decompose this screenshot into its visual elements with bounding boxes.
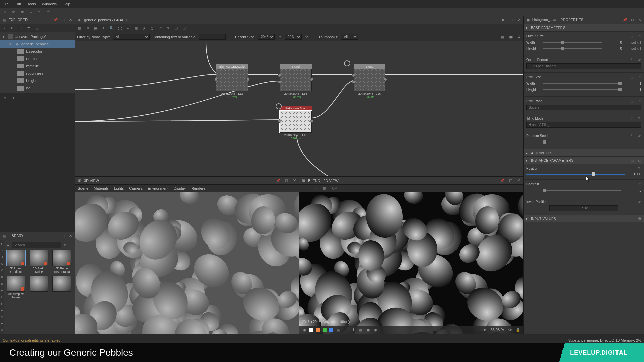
thumbnails-filter[interactable]: All — [341, 34, 358, 40]
maximize-icon[interactable]: ◻ — [630, 18, 635, 22]
menu-help[interactable]: Help — [63, 2, 70, 6]
output-height[interactable]: height — [0, 77, 75, 84]
tile-icon[interactable]: ▦ — [322, 186, 327, 191]
uv-toggle[interactable]: UV — [332, 186, 337, 190]
ch-r[interactable] — [316, 328, 320, 332]
link-icon[interactable]: ⎘ — [34, 26, 39, 31]
menu-tools[interactable]: Tools — [27, 2, 36, 6]
library-item[interactable]: 3D Perlin Noise — [29, 250, 49, 274]
section-instance-parameters[interactable]: ▾Instance Parameters ▭▭ — [524, 157, 644, 164]
tree-package[interactable]: ▾ Unsaved Package* — [0, 33, 75, 40]
menu-renderer[interactable]: Renderer — [191, 186, 207, 190]
folder-icon[interactable]: ▭ — [18, 26, 23, 31]
node-blend-2[interactable]: Blend 2048x2048 - L16 0.32ms — [354, 64, 385, 99]
seed-slider[interactable] — [543, 142, 621, 142]
dot-icon[interactable]: ● — [483, 327, 487, 332]
save-icon[interactable]: ▫ — [28, 9, 34, 15]
camera-icon[interactable]: ▣ — [93, 26, 98, 31]
tool-icon[interactable]: ▦ — [77, 26, 82, 31]
maximize-icon[interactable]: ◻ — [61, 18, 65, 22]
refresh-icon[interactable]: ⟳ — [11, 9, 16, 15]
lock-icon[interactable]: 🔒 — [516, 327, 520, 332]
reset-icon[interactable]: ⟳ — [637, 34, 641, 38]
ch-b[interactable] — [329, 328, 333, 332]
back-icon[interactable]: ◂ — [6, 243, 10, 247]
close-icon[interactable]: ✕ — [517, 18, 521, 22]
zoom-icon[interactable]: 🔍 — [109, 26, 114, 31]
view3d-viewport[interactable]: ▣ ⟳ ⊹ — [75, 192, 299, 334]
sort-icon[interactable]: ↕ — [69, 243, 73, 247]
tree-graph[interactable]: ▾◆ generic_pebbles — [0, 40, 75, 48]
close-icon[interactable]: ✕ — [68, 234, 73, 238]
tiling-mode-combo[interactable]: H and V Tiling — [526, 122, 641, 128]
edit-icon[interactable]: ✎ — [166, 26, 170, 31]
library-item[interactable]: 3D Perlin Noise Fractal — [51, 250, 72, 274]
info-icon[interactable]: ℹ — [11, 96, 16, 100]
graph-canvas[interactable]: Blur HQ Grayscale 2048x2048 - L16 1.67ms… — [75, 41, 523, 176]
filter-icon[interactable]: ▾ — [63, 243, 67, 247]
library-item[interactable] — [51, 276, 72, 299]
crop-icon[interactable]: ⊡ — [182, 26, 186, 31]
channels-icon[interactable]: ◉ — [302, 327, 307, 332]
link-icon[interactable]: ⎘ — [629, 57, 634, 62]
output-ao[interactable]: ao — [0, 84, 75, 92]
grid-icon[interactable]: ▦ — [336, 327, 341, 332]
reset-icon[interactable]: ⟳ — [637, 57, 641, 62]
ch-white[interactable] — [309, 328, 313, 332]
gear-icon[interactable]: ⚙ — [637, 216, 642, 221]
refresh-icon[interactable]: ⟳ — [507, 327, 512, 332]
library-item[interactable] — [29, 276, 49, 299]
library-search-input[interactable] — [12, 242, 61, 248]
grid-icon[interactable]: ▦ — [133, 26, 138, 31]
menu-windows[interactable]: Windows — [42, 2, 57, 6]
menu-edit[interactable]: Edit — [15, 2, 21, 6]
refresh-icon[interactable]: ⟳ — [158, 26, 162, 31]
fit-icon[interactable]: ⛶ — [117, 26, 122, 31]
ruler-icon[interactable]: ⊹ — [343, 327, 348, 332]
pin-icon[interactable]: 📌 — [500, 178, 505, 183]
paste-icon[interactable]: ▭ — [637, 158, 642, 163]
reset-icon[interactable]: ⟳ — [304, 35, 309, 39]
library-item[interactable]: 3D Simplex Noise — [6, 276, 26, 299]
link-icon[interactable]: ⎘ — [629, 34, 634, 38]
copy-icon[interactable]: ▭ — [630, 158, 635, 163]
undo-icon[interactable]: ↶ — [37, 9, 42, 15]
histogram-icon[interactable]: ▥ — [358, 327, 363, 332]
center-icon[interactable]: ⊹ — [475, 327, 479, 332]
pin-icon[interactable]: 📌 — [53, 18, 58, 22]
reset-icon[interactable]: ⟳ — [637, 182, 641, 186]
fit-icon[interactable]: ⊡ — [467, 327, 471, 332]
align-icon[interactable]: ≡ — [125, 26, 130, 31]
home-icon[interactable]: ⌂ — [2, 9, 7, 15]
maximize-icon[interactable]: ◻ — [508, 178, 513, 183]
tool-icon[interactable]: ⚙ — [3, 96, 7, 100]
frame-icon[interactable]: ▢ — [174, 26, 178, 31]
reset-icon[interactable]: ⟳ — [637, 116, 641, 121]
output-roughness[interactable]: roughness — [0, 70, 75, 77]
open-icon[interactable]: ▭ — [19, 9, 25, 15]
link-icon[interactable]: ⎘ — [629, 99, 634, 103]
reset-icon[interactable]: ⟳ — [637, 199, 641, 204]
info-icon[interactable]: ℹ — [351, 327, 356, 332]
sync-icon[interactable]: ⇄ — [26, 26, 31, 31]
pin-icon[interactable]: 📌 — [276, 178, 281, 183]
link-icon[interactable]: ⎘ — [629, 116, 634, 121]
position-slider[interactable] — [526, 174, 625, 175]
reset-icon[interactable]: ⟳ — [637, 99, 641, 103]
contrast-slider[interactable] — [543, 190, 621, 191]
move-icon[interactable]: ✥ — [85, 26, 90, 31]
output-normal[interactable]: normal — [0, 55, 75, 62]
node-blend-1[interactable]: Blend 2048x2048 - L16 0.31ms — [280, 64, 312, 99]
copy-icon[interactable]: ▭ — [312, 186, 317, 191]
info-icon[interactable]: ℹ — [101, 26, 106, 31]
ch-g[interactable] — [323, 328, 327, 332]
time-icon[interactable]: ⏱ — [150, 26, 154, 31]
menu-camera[interactable]: Camera — [129, 186, 142, 190]
reset-icon[interactable]: ⟳ — [637, 133, 641, 138]
section-base-parameters[interactable]: ▾Base Parameters — [524, 24, 644, 32]
section-input-values[interactable]: ▾Input Values ⚙ — [524, 215, 644, 222]
pin-icon[interactable]: 📌 — [623, 18, 627, 22]
pixel-height-slider[interactable] — [543, 89, 621, 90]
link-icon[interactable]: ⎘ — [629, 133, 634, 138]
node-blur-hq[interactable]: Blur HQ Grayscale 2048x2048 - L16 1.67ms — [216, 64, 248, 99]
